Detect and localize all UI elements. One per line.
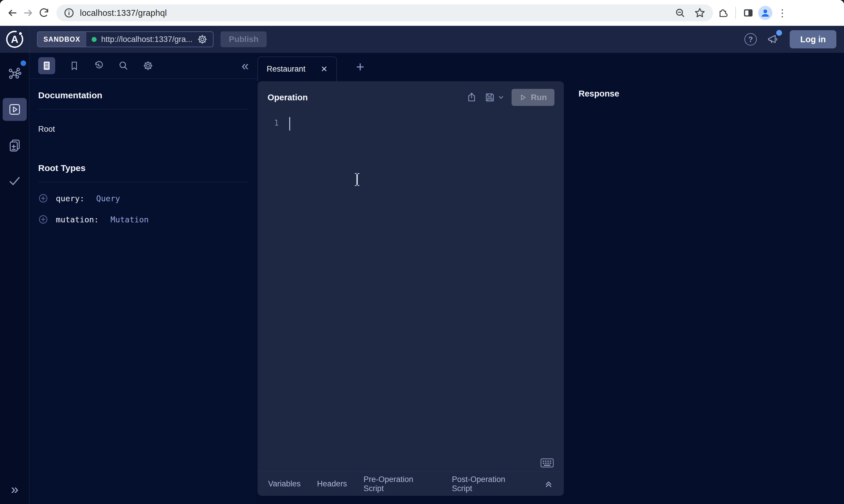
share-icon[interactable] xyxy=(466,92,477,103)
run-button[interactable]: Run xyxy=(512,89,554,106)
browser-menu-icon[interactable]: ⋮ xyxy=(776,7,788,19)
response-title: Response xyxy=(579,89,619,98)
extensions-icon[interactable] xyxy=(717,7,729,19)
operation-panel: Operation Run 1 Variables Headers Pre-Op… xyxy=(258,81,564,496)
save-icon[interactable] xyxy=(485,92,495,103)
sidebar-item-schema[interactable] xyxy=(3,62,27,85)
documentation-title: Documentation xyxy=(38,90,247,100)
site-info-icon[interactable] xyxy=(64,8,74,18)
reload-icon[interactable] xyxy=(38,7,50,19)
forward-icon[interactable] xyxy=(22,7,34,19)
toolbar-separator xyxy=(735,7,736,19)
add-field-icon[interactable] xyxy=(38,214,48,224)
sidebar-item-checks[interactable] xyxy=(3,169,27,193)
publish-button[interactable]: Publish xyxy=(221,31,266,47)
ibeam-cursor xyxy=(354,173,361,186)
app-header: A SANDBOX http://localhost:1337/gra... P… xyxy=(0,26,844,53)
close-tab-icon[interactable]: ✕ xyxy=(321,65,327,73)
notification-dot xyxy=(776,30,782,36)
collapse-panel-icon[interactable]: « xyxy=(242,59,249,72)
saved-operations-icon[interactable] xyxy=(69,61,79,71)
login-button[interactable]: Log in xyxy=(790,30,837,49)
announcements-icon[interactable] xyxy=(767,33,780,46)
search-icon[interactable] xyxy=(118,60,128,71)
field-type[interactable]: Query xyxy=(96,194,120,203)
connection-status-dot xyxy=(92,37,97,42)
side-panel-icon[interactable] xyxy=(742,7,754,19)
tab-label[interactable]: Restaurant xyxy=(266,65,306,74)
back-icon[interactable] xyxy=(6,7,18,19)
operation-editor[interactable]: 1 xyxy=(258,112,564,127)
svg-text:A: A xyxy=(11,33,18,45)
apollo-logo[interactable]: A xyxy=(0,26,29,53)
operation-footer: Variables Headers Pre-Operation Script P… xyxy=(258,472,564,496)
endpoint-control: SANDBOX http://localhost:1337/gra... xyxy=(37,31,213,47)
sidebar-item-explorer[interactable] xyxy=(3,98,27,121)
tab-restaurant[interactable]: Restaurant ✕ xyxy=(258,57,337,81)
tab-post-operation-script[interactable]: Post-Operation Script xyxy=(452,475,528,493)
endpoint-settings-icon[interactable] xyxy=(197,34,208,44)
response-panel: Response xyxy=(564,81,844,504)
field-name[interactable]: mutation: xyxy=(56,215,99,224)
operation-header: Operation Run xyxy=(258,81,564,112)
root-types-title: Root Types xyxy=(38,163,247,173)
root-type-row-mutation[interactable]: mutation:Mutation xyxy=(38,214,247,224)
browser-toolbar: localhost:1337/graphql ⋮ xyxy=(0,0,844,26)
tab-variables[interactable]: Variables xyxy=(268,479,301,488)
keyboard-shortcuts-icon[interactable] xyxy=(540,458,554,468)
operation-title: Operation xyxy=(268,93,308,102)
left-sidebar: » xyxy=(0,53,29,504)
zoom-out-icon[interactable] xyxy=(675,7,685,18)
documentation-tab-icon[interactable] xyxy=(38,57,55,74)
sidebar-item-checklist[interactable] xyxy=(3,134,27,157)
expand-sidebar-icon[interactable]: » xyxy=(0,481,29,497)
settings-icon[interactable] xyxy=(143,60,153,71)
field-name[interactable]: query: xyxy=(56,194,85,203)
schema-notification-dot xyxy=(20,60,26,66)
documentation-content: Documentation Root Root Types query:Quer… xyxy=(29,78,258,224)
tab-pre-operation-script[interactable]: Pre-Operation Script xyxy=(364,475,435,493)
bookmark-star-icon[interactable] xyxy=(694,7,705,18)
profile-avatar[interactable] xyxy=(758,6,772,20)
add-tab-icon[interactable]: + xyxy=(356,60,364,78)
operation-tabs: Restaurant ✕ + xyxy=(258,57,364,81)
play-icon xyxy=(519,94,527,101)
history-icon[interactable] xyxy=(93,60,104,71)
chevron-down-icon[interactable] xyxy=(498,94,504,100)
url-text[interactable]: localhost:1337/graphql xyxy=(80,8,167,18)
field-type[interactable]: Mutation xyxy=(110,215,149,224)
help-icon[interactable]: ? xyxy=(744,33,757,46)
documentation-panel: « Documentation Root Root Types query:Qu… xyxy=(29,53,258,504)
address-bar[interactable]: localhost:1337/graphql xyxy=(56,4,713,21)
save-group[interactable] xyxy=(485,92,504,103)
text-caret xyxy=(289,117,290,130)
divider xyxy=(38,109,247,109)
root-link[interactable]: Root xyxy=(38,125,247,134)
sandbox-badge: SANDBOX xyxy=(38,32,86,47)
add-field-icon[interactable] xyxy=(38,193,48,203)
documentation-toolbar: « xyxy=(29,53,258,78)
expand-footer-icon[interactable] xyxy=(544,479,553,489)
line-number: 1 xyxy=(274,118,279,127)
tab-headers[interactable]: Headers xyxy=(317,479,347,488)
endpoint-url[interactable]: http://localhost:1337/gra... xyxy=(101,35,193,44)
root-type-row-query[interactable]: query:Query xyxy=(38,193,247,203)
